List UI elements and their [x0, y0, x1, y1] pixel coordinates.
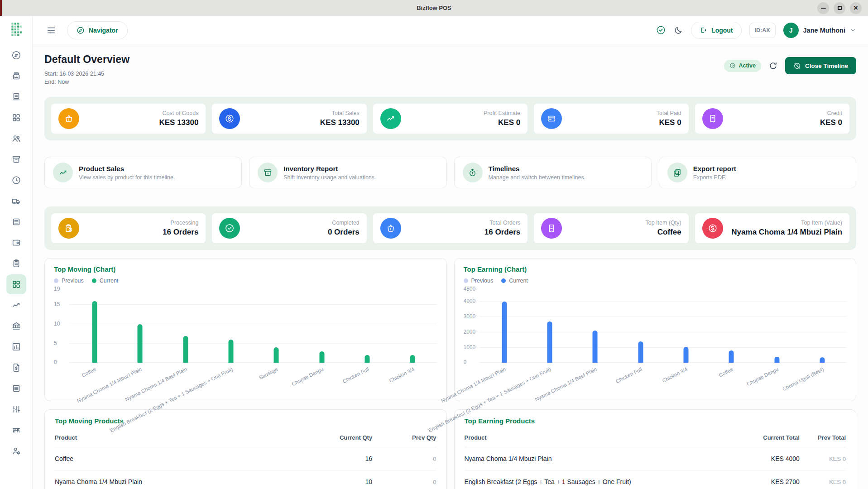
shifts-icon [11, 175, 21, 185]
bar-current [138, 324, 143, 363]
bar-current [319, 351, 324, 363]
stopwatch-icon [468, 168, 477, 177]
sidebar-item-tables[interactable] [6, 420, 26, 440]
value-cell: 10 [286, 470, 372, 489]
coin-icon [225, 114, 235, 124]
receipts-icon [11, 92, 21, 102]
chart-legend: PreviousCurrent [464, 278, 847, 284]
action-card-product-sales[interactable]: Product SalesView sales by product for t… [44, 157, 242, 188]
sidebar-item-register[interactable] [6, 66, 26, 86]
sidebar-item-inventory[interactable] [6, 149, 26, 169]
legend-label: Previous [471, 278, 494, 284]
coin-icon [708, 223, 718, 233]
bar-current [92, 301, 97, 363]
sidebar-item-trends[interactable] [6, 295, 26, 315]
stat-value: Nyama Choma 1/4 Mbuzi Plain [731, 228, 842, 237]
category-label: Sausage [258, 366, 279, 380]
sidebar-item-user-settings[interactable] [6, 441, 26, 461]
action-title: Inventory Report [283, 165, 376, 173]
stat-label: Total Sales [320, 110, 360, 116]
basket-icon [386, 223, 396, 233]
close-timeline-button[interactable]: Close Timeline [785, 57, 856, 74]
archive-icon [258, 163, 278, 182]
value-cell: KES 4000 [739, 447, 800, 470]
sidebar-item-customers[interactable] [6, 129, 26, 149]
bar-slot [390, 289, 435, 363]
navigator-icon [11, 50, 21, 60]
sidebar-item-invoices[interactable] [6, 358, 26, 378]
table-row: Nyama Choma 1/4 Mbuzi PlainKES 4000KES 0 [465, 447, 846, 470]
user-menu[interactable]: J Jane Muthoni [783, 23, 856, 38]
legend-item-current[interactable]: Current [501, 278, 528, 284]
sidebar-item-accounts[interactable] [6, 316, 26, 336]
table-row: English Breakfast (2 Eggs + Tea + 1 Saus… [465, 470, 846, 489]
dark-mode-toggle[interactable] [674, 25, 683, 35]
stats-row-orders: Processing16 OrdersCompleted0 OrdersTota… [44, 206, 856, 250]
bar-current [365, 355, 370, 363]
menu-icon[interactable] [46, 25, 56, 35]
bar-slot [345, 289, 390, 363]
stat-card-top-item-qty-: Top Item (Qty)Coffee [534, 213, 688, 243]
action-card-export-report[interactable]: PDFExport reportExports PDF. [659, 157, 856, 188]
sidebar-item-suppliers[interactable] [6, 191, 26, 211]
close-button[interactable]: ✕ [850, 2, 862, 14]
y-axis-tick: 5 [54, 340, 57, 346]
bar-current [683, 347, 688, 363]
sidebar-item-reports[interactable] [6, 337, 26, 357]
stat-label: Top Item (Value) [731, 220, 842, 226]
action-title: Product Sales [79, 165, 175, 173]
sidebar-item-tasks[interactable] [6, 254, 26, 273]
category-label: Chicken 3/4 [662, 366, 689, 384]
timeline-dates: Start: 16-03-2026 21:45 End: Now [44, 70, 129, 86]
navigator-button[interactable]: Navigator [67, 21, 128, 39]
sidebar-item-menu-grid[interactable] [6, 108, 26, 128]
sidebar-item-receipts[interactable] [6, 87, 26, 107]
top-earning-products-table: ProductCurrent TotalPrev TotalNyama Chom… [465, 427, 846, 489]
tasks-icon [11, 259, 21, 268]
category-label: Chapati Dengu [746, 366, 779, 387]
y-axis-tick: 0 [464, 359, 467, 365]
close-icon: ✕ [854, 5, 858, 11]
maximize-button[interactable] [834, 2, 845, 14]
sidebar-item-dashboard[interactable] [6, 274, 26, 294]
bar-current [729, 350, 734, 363]
legend-label: Current [100, 278, 119, 284]
minimize-button[interactable] [817, 2, 829, 14]
bar-slot [572, 289, 618, 363]
logout-button[interactable]: Logout [691, 22, 741, 39]
category-label: Choma Ugali (Beef) [782, 366, 825, 392]
bar-current [274, 347, 279, 363]
legend-item-current[interactable]: Current [92, 278, 119, 284]
refresh-button[interactable] [768, 61, 778, 71]
sidebar-item-orders[interactable] [6, 212, 26, 232]
sidebar-item-navigator[interactable] [6, 45, 26, 65]
sidebar-item-records[interactable] [6, 379, 26, 398]
bar-slot [72, 289, 117, 363]
bar-current [638, 341, 643, 363]
column-header: Current Qty [286, 427, 372, 447]
verified-seal-icon[interactable] [656, 25, 666, 35]
action-card-inventory-report[interactable]: Inventory ReportShift inventory usage an… [249, 157, 446, 188]
legend-item-previous[interactable]: Previous [54, 278, 84, 284]
sidebar-item-payments[interactable] [6, 233, 26, 253]
trend-icon [53, 163, 73, 182]
table-title: Top Moving Products [55, 417, 436, 425]
bar-slot [754, 289, 799, 363]
titlebar-edge-strip [0, 0, 2, 16]
bar-current [593, 331, 598, 363]
action-subtitle: Shift inventory usage and valuations. [283, 174, 376, 181]
sidebar-item-settings[interactable] [6, 399, 26, 419]
chart-category-labels: CoffeeNyama Choma 1/4 Mbuzi PlainNyama C… [72, 363, 436, 408]
y-axis-tick: 1000 [464, 344, 476, 350]
sidebar-item-shifts[interactable] [6, 170, 26, 190]
legend-item-previous[interactable]: Previous [464, 278, 494, 284]
clipboard-clock-icon [58, 218, 79, 239]
stat-label: Processing [163, 220, 198, 226]
topbar: Navigator Logout ID:AX J Jane Muthoni [33, 16, 868, 44]
action-card-timelines[interactable]: TimelinesManage and switch between timel… [454, 157, 652, 188]
reports-icon [11, 342, 21, 352]
bar-slot [254, 289, 299, 363]
stat-label: Credit [820, 110, 842, 116]
y-axis-tick: 0 [54, 359, 57, 365]
stat-value: KES 13300 [320, 118, 360, 127]
